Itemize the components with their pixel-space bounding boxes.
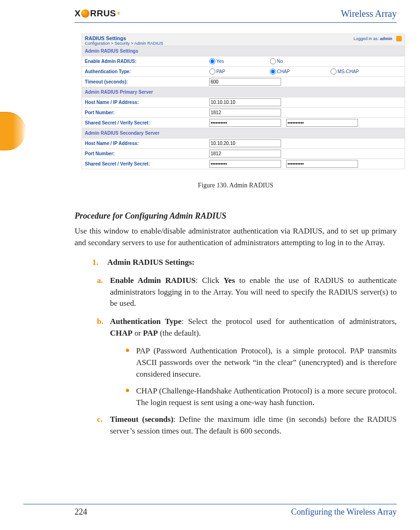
bullet-icon: [126, 389, 129, 392]
substep-b-t2: (the default).: [158, 329, 201, 337]
step-1-number: 1.: [92, 257, 105, 268]
body-text: Procedure for Configuring Admin RADIUS U…: [75, 210, 397, 444]
input-timeout[interactable]: [209, 78, 281, 86]
procedure-heading: Procedure for Configuring Admin RADIUS: [75, 210, 397, 222]
radio-pap-label: PAP: [216, 69, 225, 74]
substep-a-yes: Yes: [223, 276, 235, 285]
radio-mschap[interactable]: [330, 69, 337, 75]
page: X RRUS ® Wireless Array Logged in as: ad…: [0, 0, 420, 530]
radio-chap[interactable]: [270, 69, 276, 75]
bullet-chap: CHAP (Challenge-Handshake Authentication…: [126, 385, 397, 408]
bullet-icon: [126, 349, 129, 352]
label-secondary-host: Host Name / IP Address:: [82, 138, 207, 149]
substep-b-letter: b.: [97, 316, 110, 328]
label-secondary-secret: Shared Secret / Verify Secret:: [82, 159, 207, 169]
bullet-chap-text: CHAP (Challenge-Handshake Authentication…: [136, 386, 397, 407]
radio-chap-label: CHAP: [277, 69, 290, 74]
logo-text-left: X: [75, 8, 81, 19]
label-primary-secret: Shared Secret / Verify Secret:: [82, 118, 207, 128]
substep-a-t1: : Click: [196, 276, 224, 285]
input-secondary-host[interactable]: [209, 139, 281, 147]
logo-orb-icon: [81, 9, 90, 18]
section-secondary-server: Admin RADIUS Secondary Server: [82, 128, 405, 138]
substep-b-t1: : Select the protocol used for authentic…: [181, 317, 397, 326]
step-1-title: Admin RADIUS Settings:: [107, 258, 194, 267]
settings-table: Admin RADIUS Settings Enable Admin RADIU…: [82, 46, 405, 169]
screenshot-titlebar: Logged in as: admin RADIUS Settings Conf…: [82, 34, 405, 46]
substep-b: b.Authentication Type: Select the protoc…: [110, 316, 397, 339]
section-admin-settings: Admin RADIUS Settings: [82, 46, 405, 56]
brand-logo: X RRUS ®: [75, 8, 120, 19]
logo-text-right: RRUS: [90, 8, 116, 19]
label-enable-admin-radius: Enable Admin RADIUS:: [82, 56, 207, 67]
input-primary-port[interactable]: [209, 109, 281, 117]
substep-c-bold: Timeout (seconds): [110, 415, 173, 424]
label-secondary-port: Port Number:: [82, 149, 207, 159]
page-header: X RRUS ® Wireless Array: [75, 7, 397, 23]
substep-a: a.Enable Admin RADIUS: Click Yes to enab…: [110, 275, 397, 310]
input-secondary-secret[interactable]: [209, 160, 281, 168]
radio-enable-no[interactable]: [270, 58, 276, 64]
footer-section-title: Configuring the Wireless Array: [291, 507, 397, 517]
logged-in-indicator: Logged in as: admin: [353, 36, 402, 42]
input-primary-host[interactable]: [209, 98, 281, 106]
step-1: 1. Admin RADIUS Settings:: [92, 257, 397, 268]
input-primary-verify[interactable]: [286, 119, 358, 127]
bullet-list: PAP (Password Authentication Protocol), …: [126, 345, 397, 408]
input-secondary-port[interactable]: [209, 150, 281, 158]
side-tab-icon: [0, 112, 26, 151]
substeps: a.Enable Admin RADIUS: Click Yes to enab…: [110, 275, 397, 339]
substep-b-pap: PAP: [143, 329, 158, 337]
label-primary-port: Port Number:: [82, 108, 207, 118]
substep-c-letter: c.: [97, 414, 110, 426]
registered-icon: ®: [117, 11, 120, 16]
section-primary-server: Admin RADIUS Primary Server: [82, 87, 405, 97]
label-auth-type: Authentication Type:: [82, 67, 207, 77]
page-number: 224: [75, 507, 87, 517]
figure-caption: Figure 130. Admin RADIUS: [75, 182, 397, 189]
substep-c: c.Timeout (seconds): Define the maximum …: [110, 414, 397, 437]
radio-mschap-label: MS-CHAP: [337, 69, 359, 74]
radio-pap[interactable]: [209, 69, 215, 75]
radio-enable-yes[interactable]: [209, 58, 215, 64]
substep-a-bold: Enable Admin RADIUS: [110, 276, 196, 285]
page-footer: 224 Configuring the Wireless Array: [23, 504, 397, 517]
input-primary-secret[interactable]: [209, 119, 281, 127]
substep-b-bold: Authentication Type: [110, 317, 181, 326]
bullet-pap-text: PAP (Password Authentication Protocol), …: [136, 346, 397, 378]
substeps-2: c.Timeout (seconds): Define the maximum …: [110, 414, 397, 437]
substep-a-letter: a.: [97, 275, 110, 287]
document-title: Wireless Array: [341, 8, 397, 19]
label-timeout: Timeout (seconds):: [82, 77, 207, 87]
bullet-pap: PAP (Password Authentication Protocol), …: [126, 345, 397, 380]
radio-enable-yes-label: Yes: [216, 59, 224, 64]
admin-radius-screenshot: Logged in as: admin RADIUS Settings Conf…: [82, 34, 405, 169]
logged-in-user: admin: [380, 36, 392, 41]
label-primary-host: Host Name / IP Address:: [82, 97, 207, 108]
gear-icon[interactable]: [396, 36, 402, 41]
radio-enable-no-label: No: [277, 59, 283, 64]
intro-paragraph: Use this window to enable/disable admini…: [75, 226, 397, 248]
input-secondary-verify[interactable]: [286, 160, 358, 168]
substep-b-chap: CHAP: [110, 329, 132, 337]
substep-b-or: or: [132, 329, 143, 337]
logged-in-prefix: Logged in as:: [353, 36, 380, 41]
